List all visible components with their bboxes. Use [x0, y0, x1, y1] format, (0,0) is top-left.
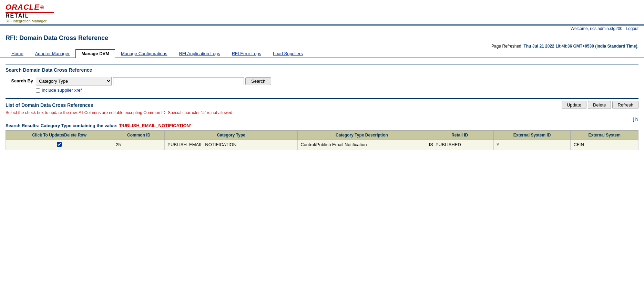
col-external-system-id: External System ID: [493, 131, 571, 140]
tab-manage-dvm[interactable]: Manage DVM: [75, 49, 115, 58]
tab-adapter-manager[interactable]: Adapter Manager: [29, 49, 75, 58]
search-button[interactable]: Search: [245, 77, 271, 85]
page-refreshed-datetime: Thu Jul 21 2022 10:48:36 GMT+0530 (India…: [523, 44, 638, 49]
col-category-type: Category Type: [165, 131, 298, 140]
tab-load-suppliers[interactable]: Load Suppliers: [267, 49, 309, 58]
list-header: List of Domain Data Cross References Upd…: [6, 98, 638, 109]
table-header-row: Click To Update/Delete Row Common ID Cat…: [6, 131, 638, 140]
retail-text: RETAIL: [6, 13, 638, 19]
main-content: Search Domain Data Cross Reference Searc…: [0, 58, 644, 156]
update-button[interactable]: Update: [562, 101, 586, 109]
cell-retail-id: IS_PUBLISHED: [426, 140, 493, 150]
nav-indicator-row: [ N: [6, 116, 638, 123]
nav-indicator: [ N: [633, 116, 638, 122]
header: ORACLE ® RETAIL RFI Integration Manager: [0, 0, 644, 26]
search-results-value: 'PUBLISH_EMAIL_NOTIFICATION': [119, 123, 191, 128]
cell-category-type-description: Control/Publish Email Notification: [298, 140, 426, 150]
col-click-to-update: Click To Update/Delete Row: [6, 131, 113, 140]
include-supplier-xref-text: Include supplier xref: [42, 88, 82, 93]
search-controls: Category Type Common ID Retail ID Extern…: [36, 77, 271, 93]
nav-tabs: Home Adapter Manager Manage DVM Manage C…: [0, 49, 644, 58]
welcome-bar: Welcome, rics.admin.stg200 Logout: [0, 26, 644, 32]
page-title: RFI: Domain Data Cross Reference: [6, 34, 638, 42]
search-input-row: Category Type Common ID Retail ID Extern…: [36, 77, 271, 85]
results-table: Click To Update/Delete Row Common ID Cat…: [6, 130, 638, 150]
page-refreshed: Page Refreshed Thu Jul 21 2022 10:48:36 …: [0, 43, 644, 49]
col-category-type-description: Category Type Description: [298, 131, 426, 140]
col-common-id: Common ID: [113, 131, 165, 140]
search-input[interactable]: [113, 77, 244, 85]
tab-rfi-error-logs[interactable]: RFI Error Logs: [226, 49, 267, 58]
col-external-system: External System: [571, 131, 638, 140]
include-supplier-xref-checkbox[interactable]: [36, 88, 40, 93]
page-title-section: RFI: Domain Data Cross Reference: [0, 32, 644, 43]
rfi-integration-label: RFI Integration Manager: [6, 19, 638, 23]
oracle-logo: ORACLE ® RETAIL RFI Integration Manager: [6, 3, 638, 23]
list-section: List of Domain Data Cross References Upd…: [6, 98, 638, 150]
oracle-text: ORACLE: [6, 3, 40, 12]
tab-manage-configurations[interactable]: Manage Configurations: [115, 49, 173, 58]
table-row: 25 PUBLISH_EMAIL_NOTIFICATION Control/Pu…: [6, 140, 638, 150]
search-results-prefix: S: [6, 123, 9, 128]
refresh-button[interactable]: Refresh: [612, 101, 638, 109]
logout-link[interactable]: Logout: [626, 26, 638, 31]
cell-common-id: 25: [113, 140, 165, 150]
search-row: Search By Category Type Common ID Retail…: [6, 77, 638, 93]
search-results-label: Search Results: Category Type containing…: [6, 123, 638, 128]
search-by-label: Search By: [6, 77, 33, 83]
row-checkbox-cell: [6, 140, 113, 150]
search-by-select[interactable]: Category Type Common ID Retail ID Extern…: [36, 77, 112, 85]
search-section: Search Domain Data Cross Reference Searc…: [6, 64, 638, 93]
warning-message: Select the check box to update the row. …: [6, 110, 638, 115]
cell-external-system: CFIN: [571, 140, 638, 150]
list-section-title: List of Domain Data Cross References: [6, 102, 93, 108]
action-buttons: Update Delete Refresh: [562, 101, 638, 109]
tab-home[interactable]: Home: [6, 49, 29, 58]
search-results-prefix2: earch Results: Category Type containing …: [9, 123, 119, 128]
cell-category-type: PUBLISH_EMAIL_NOTIFICATION: [165, 140, 298, 150]
welcome-message: Welcome, rics.admin.stg200: [571, 26, 623, 31]
tab-rfi-application-logs[interactable]: RFI Application Logs: [173, 49, 226, 58]
search-section-title: Search Domain Data Cross Reference: [6, 67, 638, 73]
include-supplier-xref-label: Include supplier xref: [36, 88, 271, 93]
page-refreshed-label: Page Refreshed: [491, 44, 521, 49]
delete-button[interactable]: Delete: [588, 101, 611, 109]
cell-external-system-id: Y: [493, 140, 571, 150]
col-retail-id: Retail ID: [426, 131, 493, 140]
row-select-checkbox[interactable]: [57, 142, 62, 147]
